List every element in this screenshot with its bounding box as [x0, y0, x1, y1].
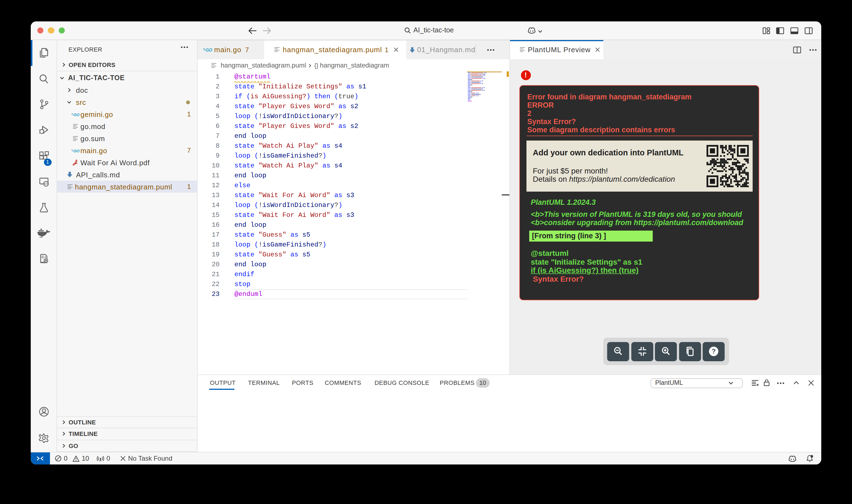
svg-text:GO: GO	[205, 48, 213, 52]
svg-text:GO: GO	[73, 112, 79, 117]
svg-text:GO: GO	[73, 148, 79, 153]
svg-text:?: ?	[712, 348, 716, 355]
